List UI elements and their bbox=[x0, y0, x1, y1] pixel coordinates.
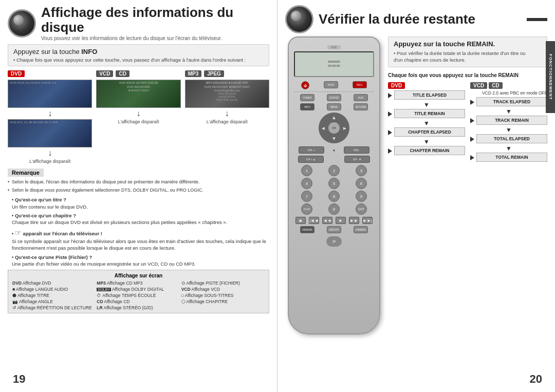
aff-repet: ↺ Affichage RÉPÉTITION DE LECTURE bbox=[12, 305, 96, 310]
remote-nav-enter[interactable]: OK bbox=[328, 122, 340, 134]
remote-btn-cd[interactable]: CD/DVD bbox=[327, 94, 341, 101]
cd-flow-badge: CD bbox=[489, 82, 502, 89]
remote-btn-menu[interactable]: MENU bbox=[327, 103, 341, 110]
vcd-arrow-1 bbox=[470, 100, 474, 105]
remote-num-grid: 1 2 3 4 5 6 7 8 9 CLR 0 ENT bbox=[294, 165, 374, 215]
right-info-content: Appuyez sur la touche REMAIN. • Pour vér… bbox=[388, 36, 547, 334]
remote-vol-row: VOL + ● VOL - bbox=[294, 146, 374, 154]
remain-info-box: Appuyez sur la touche REMAIN. • Pour vér… bbox=[388, 36, 547, 67]
vcd-total-elapsed: TOTAL ELAPSED bbox=[476, 134, 547, 143]
remote-body: DVD REMAIN 00:00:00 ⏻ DVD REC bbox=[288, 36, 380, 334]
remote-vol-down[interactable]: VOL - bbox=[344, 146, 369, 154]
remote-jog[interactable]: ⟳ bbox=[326, 236, 342, 247]
aff-chapitre: ⬡ Affichage CHAPITRE bbox=[181, 299, 265, 304]
vcd-caption: L'affichage disparaît bbox=[96, 119, 180, 124]
remote-num-9[interactable]: 9 bbox=[356, 191, 367, 202]
vcd-flow-down-3: ▼ bbox=[470, 145, 547, 152]
remote-extra-btns: REMAIN REPEAT DIMMER bbox=[294, 226, 374, 233]
vcd-track-elapsed: TRACK ELAPSED bbox=[476, 97, 547, 106]
remote-btn-repeat[interactable]: REPEAT bbox=[327, 226, 341, 233]
vcd-arrow-3 bbox=[470, 137, 474, 142]
remarque-item-2: Selon le disque vous pouvez également sé… bbox=[8, 187, 269, 194]
remote-btn-return[interactable]: RETURN bbox=[354, 103, 368, 110]
vcd-total-remain: TOTAL REMAIN bbox=[476, 153, 547, 162]
remote-nav-up[interactable]: ▲ bbox=[331, 115, 337, 120]
remote-btn-dimmer[interactable]: DIMMER bbox=[354, 226, 368, 233]
remarque-content: Selon le disque, l'écran des information… bbox=[8, 179, 269, 193]
remote-num-enter[interactable]: ENT bbox=[356, 203, 367, 215]
remote-num-4[interactable]: 4 bbox=[301, 178, 312, 189]
aff-dvd: DVD Affichage DVD bbox=[12, 281, 96, 286]
vcd-flow-down-1: ▼ bbox=[470, 108, 547, 115]
left-page-title: Affichage des informations du disque bbox=[41, 5, 269, 34]
mp3-caption: L'affichage disparaît bbox=[185, 119, 269, 124]
vcd-note: VCD 2.0 avec PBC en mode OFF bbox=[470, 90, 547, 96]
remote-btn-tuner[interactable]: TUNER bbox=[300, 94, 314, 101]
aff-stereo: LR Affichage STÉRÉO (G/D) bbox=[97, 305, 180, 310]
aff-soustitres: □ Affichage SOUS-TITRES bbox=[181, 293, 265, 298]
remote-screen: REMAIN 00:00:00 bbox=[294, 51, 374, 77]
dvd-flow-col: DVD TITLE ELAPSED ▼ TITLE REMAIN ▼ bbox=[388, 82, 465, 164]
remote-btn-remain[interactable]: REMAIN bbox=[300, 226, 314, 233]
dvd-flow-down-1: ▼ bbox=[388, 102, 465, 108]
remote-num-0[interactable]: 0 bbox=[328, 203, 340, 215]
aff-vcd: VCD Affichage VCD bbox=[181, 287, 265, 292]
remote-nav-left[interactable]: ◄ bbox=[321, 125, 326, 131]
remote-num-6[interactable]: 6 bbox=[356, 178, 367, 189]
aff-piste: ⊙ Affichage PISTE (FICHIER) bbox=[181, 281, 265, 286]
dvd-arrow-2: ↓ bbox=[8, 148, 92, 158]
remote-ch-up[interactable]: CH + ▲ bbox=[298, 156, 324, 163]
remote-ch-row: CH + ▲ CH - ▼ bbox=[294, 156, 374, 163]
remote-nav-down[interactable]: ▼ bbox=[331, 136, 337, 141]
remote-btn-rec[interactable]: REC bbox=[353, 81, 367, 88]
remote-rew[interactable]: ◄◄ bbox=[322, 217, 332, 224]
dvd-flow-row-4: CHAPTER REMAIN bbox=[388, 146, 465, 156]
remain-text-1: • Pour vérifier la durée totale et la du… bbox=[394, 50, 542, 57]
mp3-arrow: ↓ bbox=[185, 109, 269, 118]
info-key: INFO bbox=[81, 48, 97, 55]
remote-stop[interactable]: ■ bbox=[295, 217, 306, 224]
remote-btn-power[interactable]: ⏻ bbox=[301, 81, 309, 89]
dvd-thumb-2: DVD KCL LX JR 60 OFF 02 C OFF bbox=[8, 119, 92, 147]
info-box-title: Appuyez sur la touche INFO bbox=[13, 48, 264, 55]
remote-control-area: DVD REMAIN 00:00:00 ⏻ DVD REC bbox=[285, 36, 383, 334]
vcd-arrow-2 bbox=[470, 118, 474, 123]
remote-num-clear[interactable]: CLR bbox=[301, 203, 312, 215]
remote-vol-up[interactable]: VOL + bbox=[299, 146, 324, 154]
remote-num-5[interactable]: 5 bbox=[328, 178, 340, 189]
remote-btn-info[interactable]: INFO bbox=[300, 103, 314, 110]
aff-titre: ⬟ Affichage TITRE bbox=[12, 293, 96, 298]
badge-jpeg: JPEG bbox=[204, 70, 224, 77]
right-header-icon bbox=[285, 5, 313, 33]
badge-dvd: DVD bbox=[8, 70, 25, 77]
remote-num-2[interactable]: 2 bbox=[328, 165, 340, 176]
remarque-item-1: Selon le disque, l'écran des information… bbox=[8, 179, 269, 185]
page-right: Vérifier la durée restante DVD REMAIN 00… bbox=[278, 0, 555, 392]
remote-btn-dvd[interactable]: DVD bbox=[324, 81, 338, 88]
affichage-section: Affichage sur écran DVD Affichage DVD MP… bbox=[8, 270, 269, 313]
remote-num-8[interactable]: 8 bbox=[328, 191, 340, 202]
remote-fwd[interactable]: ►► bbox=[349, 217, 359, 224]
remote-nav-right[interactable]: ► bbox=[342, 125, 347, 131]
vertical-tab: FONCTIONNEMENT bbox=[546, 41, 555, 113]
dvd-chapter-elapsed: CHAPTER ELAPSED bbox=[394, 127, 465, 137]
remote-num-1[interactable]: 1 bbox=[301, 165, 312, 176]
dvd-flow-row-3: CHAPTER ELAPSED bbox=[388, 127, 465, 138]
remote-prev[interactable]: |◄◄ bbox=[309, 217, 319, 224]
dvd-arrow-1 bbox=[388, 93, 392, 98]
remote-play[interactable]: ► bbox=[336, 217, 346, 224]
disc-flow-columns: DVD TITLE ELAPSED ▼ TITLE REMAIN ▼ bbox=[388, 82, 547, 164]
info-box-bullet: • Chaque fois que vous appuyez sur cette… bbox=[13, 57, 264, 63]
vcd-thumb: VCD 02/CD LR OFF 0:02:30 DVD RECEIVER ★S… bbox=[96, 80, 180, 108]
mp3-thumb: MP3 0001/0043 ♦ 0:00:00 OFF DVD RECEIVER… bbox=[185, 80, 269, 108]
vcd-column: VCD CD VCD 02/CD LR OFF 0:02:30 DVD RECE… bbox=[96, 70, 180, 164]
remain-question-title: Chaque fois que vous appuyez sur la touc… bbox=[388, 72, 547, 78]
remote-btn-aux[interactable]: AUX bbox=[354, 94, 368, 101]
remote-ch-down[interactable]: CH - ▼ bbox=[344, 156, 370, 163]
remote-next[interactable]: ►►| bbox=[362, 217, 373, 224]
remote-num-7[interactable]: 7 bbox=[301, 191, 312, 202]
q-item-hand: ☞ apparaît sur l'écran du téléviseur ! S… bbox=[8, 228, 269, 252]
dvd-flow-down-2: ▼ bbox=[388, 120, 465, 126]
remote-num-3[interactable]: 3 bbox=[356, 165, 367, 176]
info-box-left: Appuyez sur la touche INFO • Chaque fois… bbox=[8, 44, 269, 66]
